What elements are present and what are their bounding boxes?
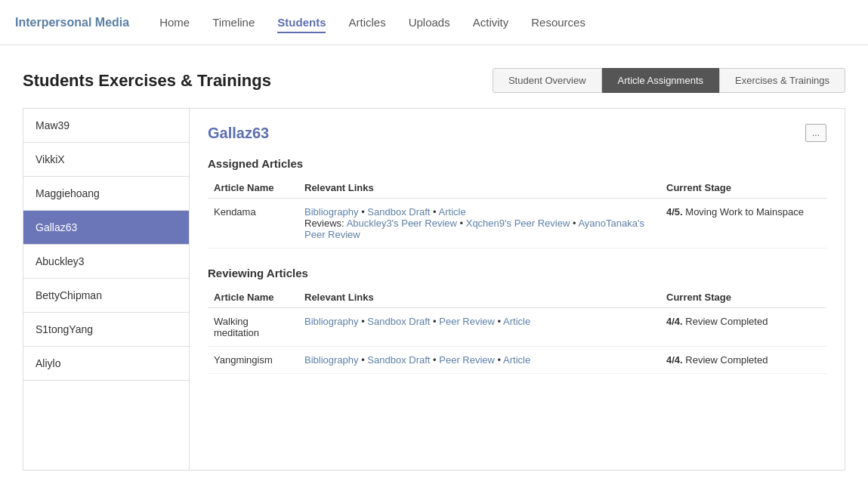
nav-activity[interactable]: Activity [473,16,509,29]
link-sandbox-draft-walking[interactable]: Sandbox Draft [367,316,430,327]
table-row: Yangmingism Bibliography • Sandbox Draft… [208,347,826,374]
stage-text-walking: Review Completed [685,316,768,327]
detail-panel: Gallaz63 ... Assigned Articles Article N… [189,108,845,471]
yangmingism-links: Bibliography • Sandbox Draft • Peer Revi… [298,347,660,374]
col-article-name: Article Name [208,178,298,199]
stage-text-kendama: Moving Work to Mainspace [685,206,804,218]
nav-timeline[interactable]: Timeline [212,16,255,29]
student-item-aliylo[interactable]: Aliylo [23,347,189,381]
nav-links: Home Timeline Students Articles Uploads … [159,16,585,29]
top-navigation: Interpersonal Media Home Timeline Studen… [0,0,868,45]
tab-student-overview[interactable]: Student Overview [493,68,602,93]
link-bibliography-walking[interactable]: Bibliography [304,316,359,327]
stage-number-walking: 4/4. [666,316,683,327]
student-item-maw39[interactable]: Maw39 [23,109,189,143]
stage-number-yangmingism: 4/4. [666,354,683,366]
reviewing-articles-table: Article Name Relevant Links Current Stag… [208,287,826,374]
col-review-relevant-links: Relevant Links [298,287,660,308]
reviewing-articles-title: Reviewing Articles [208,267,826,279]
assigned-articles-title: Assigned Articles [208,157,826,170]
walking-stage: 4/4. Review Completed [660,308,826,347]
content-area: Maw39 VikkiX Maggiehoang Gallaz63 Abuckl… [23,108,845,471]
article-name-kendama: Kendama [208,199,298,248]
nav-articles[interactable]: Articles [348,16,385,29]
link-article-yangmingism[interactable]: Article [503,354,530,366]
student-item-bettychipman[interactable]: BettyChipman [23,279,189,313]
col-review-current-stage: Current Stage [660,287,826,308]
reviews-prefix: Reviews: [304,218,347,229]
kendama-links: Bibliography • Sandbox Draft • Article R… [298,199,660,248]
nav-students[interactable]: Students [277,16,326,29]
article-name-walking: Walking meditation [208,308,298,347]
nav-uploads[interactable]: Uploads [409,16,450,29]
col-current-stage: Current Stage [660,178,826,199]
link-abuckley3-peer-review[interactable]: Abuckley3's Peer Review [347,218,457,229]
student-list: Maw39 VikkiX Maggiehoang Gallaz63 Abuckl… [23,108,189,471]
tab-article-assignments[interactable]: Article Assignments [602,68,719,93]
stage-number-kendama: 4/5. [666,206,683,218]
link-sandbox-draft-yangmingism[interactable]: Sandbox Draft [367,354,430,366]
selected-student-name: Gallaz63 [208,125,269,142]
table-row: Walking meditation Bibliography • Sandbo… [208,308,826,347]
student-item-gallaz63[interactable]: Gallaz63 [23,211,189,245]
student-item-s1tongyang[interactable]: S1tongYang [23,313,189,347]
link-bibliography-yangmingism[interactable]: Bibliography [304,354,359,366]
link-article-walking[interactable]: Article [503,316,530,327]
main-container: Students Exercises & Trainings Student O… [0,45,868,486]
col-relevant-links: Relevant Links [298,178,660,199]
reviewing-articles-section: Reviewing Articles Article Name Relevant… [208,267,826,374]
page-title: Students Exercises & Trainings [23,71,271,91]
tab-exercises-trainings[interactable]: Exercises & Trainings [719,68,845,93]
link-sandbox-draft-kendama[interactable]: Sandbox Draft [367,206,430,218]
assigned-articles-section: Assigned Articles Article Name Relevant … [208,157,826,248]
link-bibliography-kendama[interactable]: Bibliography [304,206,359,218]
nav-resources[interactable]: Resources [531,16,585,29]
yangmingism-stage: 4/4. Review Completed [660,347,826,374]
more-options-button[interactable]: ... [805,124,826,142]
col-review-article-name: Article Name [208,287,298,308]
student-item-maggiehoang[interactable]: Maggiehoang [23,177,189,211]
tab-buttons: Student Overview Article Assignments Exe… [493,68,845,93]
sep7: • [498,316,503,327]
link-xqchen9-peer-review[interactable]: Xqchen9's Peer Review [466,218,570,229]
article-name-yangmingism: Yangmingism [208,347,298,374]
student-item-vikkix[interactable]: VikkiX [23,143,189,177]
page-header: Students Exercises & Trainings Student O… [23,68,845,93]
sep2: • [433,206,438,218]
link-article-kendama[interactable]: Article [439,206,466,218]
link-peer-review-walking[interactable]: Peer Review [439,316,495,327]
sep3: • [460,218,466,229]
brand-logo[interactable]: Interpersonal Media [15,16,129,29]
nav-home[interactable]: Home [159,16,190,29]
kendama-stage: 4/5. Moving Work to Mainspace [660,199,826,248]
table-row: Kendama Bibliography • Sandbox Draft • A… [208,199,826,248]
student-item-abuckley3[interactable]: Abuckley3 [23,245,189,279]
student-name-header: Gallaz63 ... [208,124,826,142]
walking-links: Bibliography • Sandbox Draft • Peer Revi… [298,308,660,347]
link-peer-review-yangmingism[interactable]: Peer Review [439,354,495,366]
sep10: • [498,354,503,366]
assigned-articles-table: Article Name Relevant Links Current Stag… [208,178,826,248]
stage-text-yangmingism: Review Completed [685,354,768,366]
